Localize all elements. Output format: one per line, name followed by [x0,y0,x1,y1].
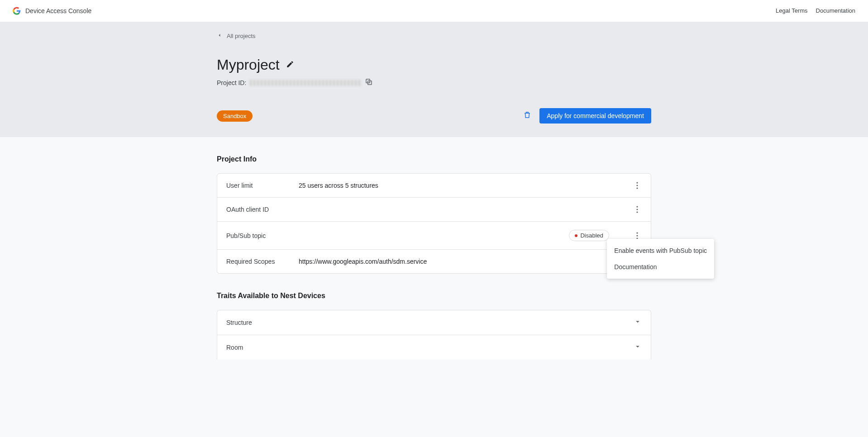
svg-point-6 [636,209,638,210]
trait-label: Room [226,344,243,351]
row-oauth: OAuth client ID [217,198,651,222]
svg-point-5 [636,206,638,207]
delete-icon[interactable] [523,111,531,121]
menu-documentation[interactable]: Documentation [607,259,714,275]
scopes-value: https://www.googleapis.com/auth/sdm.serv… [299,258,642,265]
breadcrumb-label: All projects [227,33,256,39]
pubsub-status-chip: Disabled [569,230,609,241]
svg-point-9 [636,235,638,236]
legal-terms-link[interactable]: Legal Terms [776,7,808,14]
project-info-card: User limit 25 users across 5 structures … [217,173,651,274]
svg-point-3 [636,185,638,186]
edit-icon[interactable] [286,60,294,70]
svg-point-8 [636,232,638,233]
pubsub-label: Pub/Sub topic [226,232,299,239]
svg-point-2 [636,182,638,183]
trait-row-structure[interactable]: Structure [217,310,651,335]
pubsub-status-text: Disabled [580,232,603,239]
trait-label: Structure [226,319,252,326]
copy-icon[interactable] [365,78,373,87]
user-limit-value: 25 users across 5 structures [299,182,633,189]
trait-row-room[interactable]: Room [217,335,651,360]
documentation-link[interactable]: Documentation [816,7,855,14]
scopes-label: Required Scopes [226,258,299,265]
menu-enable-events[interactable]: Enable events with PubSub topic [607,242,714,259]
project-title: Myproject [217,57,280,73]
sandbox-chip: Sandbox [217,110,253,122]
traits-list: Structure Room [217,310,651,360]
project-id-value-redacted [250,80,361,86]
svg-point-7 [636,211,638,213]
apply-commercial-button[interactable]: Apply for commercial development [539,108,651,124]
breadcrumb-back[interactable]: All projects [217,22,651,39]
row-pubsub: Pub/Sub topic Disabled Enable events wit… [217,222,651,250]
user-limit-label: User limit [226,182,299,189]
user-limit-more-icon[interactable] [633,182,642,189]
topbar: Device Access Console Legal Terms Docume… [0,0,868,22]
chevron-down-icon [634,342,642,352]
google-logo-icon [13,7,21,15]
app-title: Device Access Console [25,7,91,14]
status-dot-icon [575,234,577,237]
project-info-heading: Project Info [217,155,651,163]
chevron-down-icon [634,318,642,328]
traits-heading: Traits Available to Nest Devices [217,292,651,300]
svg-point-4 [636,187,638,189]
row-user-limit: User limit 25 users across 5 structures [217,174,651,198]
row-scopes: Required Scopes https://www.googleapis.c… [217,250,651,273]
oauth-more-icon[interactable] [633,206,642,213]
pubsub-context-menu: Enable events with PubSub topic Document… [607,239,714,279]
oauth-label: OAuth client ID [226,206,299,213]
project-id-label: Project ID: [217,79,246,86]
pubsub-more-icon[interactable] [633,232,642,239]
chevron-left-icon [217,33,222,39]
